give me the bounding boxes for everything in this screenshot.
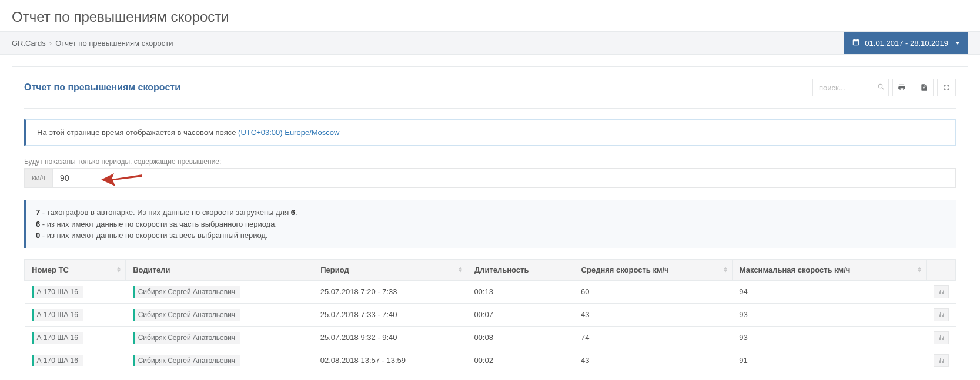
- speed-unit-label: км/ч: [25, 169, 53, 187]
- vehicle-tag[interactable]: А 170 ША 16: [32, 309, 83, 321]
- cell-period: 25.07.2018 7:33 - 7:40: [313, 303, 467, 326]
- stats-summary: 7 - тахографов в автопарке. Из них данны…: [24, 200, 956, 248]
- col-avg[interactable]: Средняя скорость км/ч: [574, 259, 732, 280]
- filter-label: Будут показаны только периоды, содержащи…: [24, 157, 956, 166]
- cell-duration: 00:07: [467, 303, 574, 326]
- search-input[interactable]: [812, 79, 889, 96]
- export-excel-button[interactable]: [915, 79, 934, 96]
- page-title: Отчет по превышениям скорости: [12, 9, 968, 25]
- cell-max: 91: [732, 349, 926, 372]
- table-row: А 170 ША 16Сибиряк Сергей Анатольевич02.…: [25, 349, 956, 372]
- col-period[interactable]: Период: [313, 259, 467, 280]
- cell-avg: 74: [574, 326, 732, 349]
- date-range-picker[interactable]: 01.01.2017 - 28.10.2019: [844, 32, 968, 54]
- col-duration[interactable]: Длительность: [467, 259, 574, 280]
- cell-avg: 43: [574, 349, 732, 372]
- col-max[interactable]: Максимальная скорость км/ч: [732, 259, 926, 280]
- chart-button[interactable]: [934, 308, 949, 321]
- speed-threshold-input[interactable]: [53, 169, 955, 187]
- driver-tag[interactable]: Сибиряк Сергей Анатольевич: [133, 355, 240, 366]
- chart-button[interactable]: [934, 285, 949, 298]
- calendar-icon: [852, 38, 860, 48]
- driver-tag[interactable]: Сибиряк Сергей Анатольевич: [133, 309, 240, 321]
- col-actions: [927, 259, 956, 280]
- col-drivers[interactable]: Водители: [126, 259, 313, 280]
- cell-period: 25.07.2018 9:32 - 9:40: [313, 326, 467, 349]
- timezone-link[interactable]: (UTC+03:00) Europe/Moscow: [238, 128, 339, 137]
- breadcrumb: GR.Cards › Отчет по превышениям скорости: [12, 39, 173, 48]
- chart-button[interactable]: [934, 354, 949, 367]
- cell-period: 25.07.2018 7:20 - 7:33: [313, 280, 467, 303]
- speed-threshold-group: км/ч: [24, 168, 956, 188]
- panel-title: Отчет по превышениям скорости: [24, 82, 180, 93]
- print-button[interactable]: [892, 79, 911, 96]
- cell-avg: 60: [574, 280, 732, 303]
- cell-duration: 00:08: [467, 326, 574, 349]
- cell-period: 02.08.2018 13:57 - 13:59: [313, 349, 467, 372]
- chart-button[interactable]: [934, 331, 949, 344]
- breadcrumb-bar: GR.Cards › Отчет по превышениям скорости…: [0, 31, 980, 55]
- chevron-down-icon: [955, 42, 960, 45]
- col-vehicle[interactable]: Номер ТС: [25, 259, 126, 280]
- report-panel: Отчет по превышениям скорости На этой ст…: [12, 66, 968, 380]
- report-table: Номер ТС Водители Период Длительность Ср…: [24, 259, 956, 372]
- cell-max: 93: [732, 303, 926, 326]
- cell-duration: 00:02: [467, 349, 574, 372]
- breadcrumb-current: Отчет по превышениям скорости: [55, 39, 173, 48]
- vehicle-tag[interactable]: А 170 ША 16: [32, 332, 83, 344]
- fullscreen-button[interactable]: [937, 79, 956, 96]
- driver-tag[interactable]: Сибиряк Сергей Анатольевич: [133, 286, 240, 298]
- vehicle-tag[interactable]: А 170 ША 16: [32, 286, 83, 298]
- cell-max: 93: [732, 326, 926, 349]
- chevron-right-icon: ›: [49, 39, 52, 48]
- table-row: А 170 ША 16Сибиряк Сергей Анатольевич25.…: [25, 280, 956, 303]
- breadcrumb-root[interactable]: GR.Cards: [12, 39, 46, 48]
- cell-max: 94: [732, 280, 926, 303]
- table-row: А 170 ША 16Сибиряк Сергей Анатольевич25.…: [25, 326, 956, 349]
- table-row: А 170 ША 16Сибиряк Сергей Анатольевич25.…: [25, 303, 956, 326]
- cell-duration: 00:13: [467, 280, 574, 303]
- cell-avg: 43: [574, 303, 732, 326]
- vehicle-tag[interactable]: А 170 ША 16: [32, 355, 83, 366]
- panel-tools: [812, 79, 956, 96]
- date-range-label: 01.01.2017 - 28.10.2019: [865, 39, 948, 48]
- timezone-notice: На этой странице время отображается в ча…: [24, 119, 956, 146]
- driver-tag[interactable]: Сибиряк Сергей Анатольевич: [133, 332, 240, 344]
